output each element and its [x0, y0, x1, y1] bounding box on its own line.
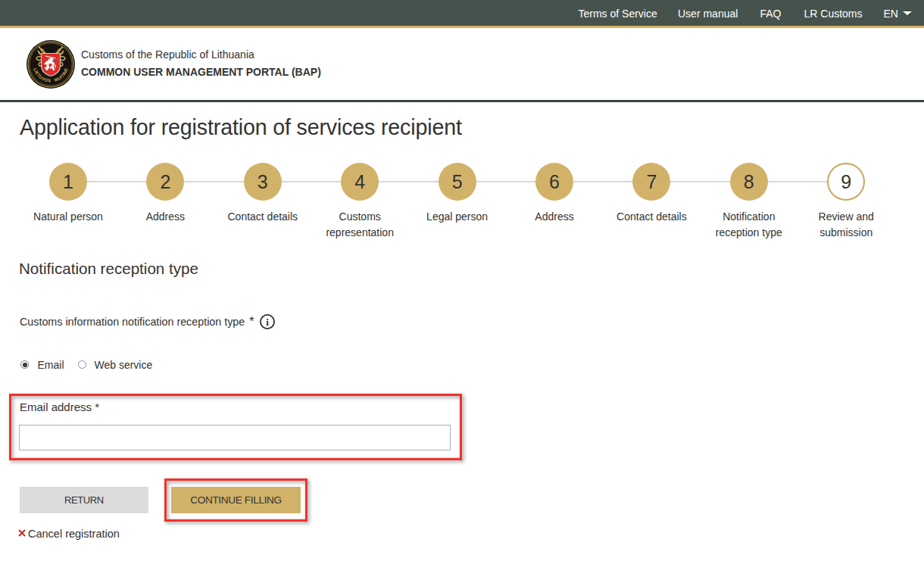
svg-text:i: i: [266, 316, 269, 328]
